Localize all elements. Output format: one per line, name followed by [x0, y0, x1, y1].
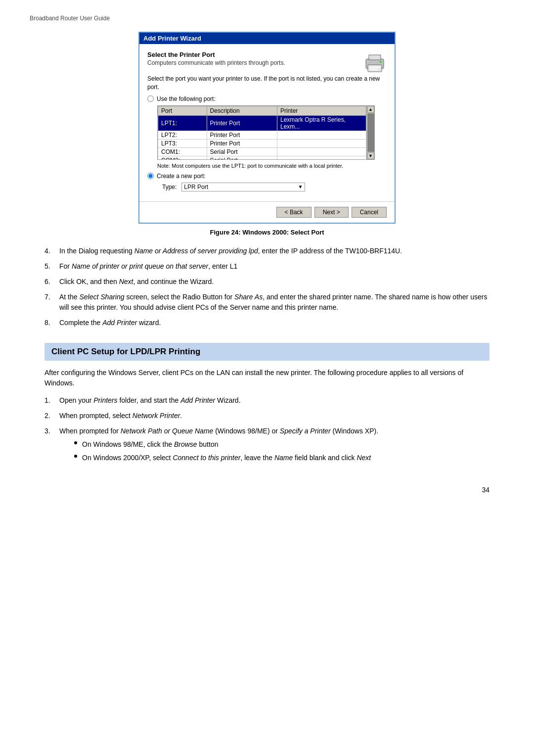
step-text: In the Dialog requesting Name or Address…: [59, 246, 490, 256]
bullet-text: On Windows 98/ME, click the Browse butto…: [82, 439, 218, 450]
dialog-footer: < Back Next > Cancel: [139, 201, 395, 223]
dialog-section-title: Select the Printer Port: [147, 51, 285, 58]
radio-create-new-label: Create a new port:: [157, 173, 206, 180]
back-button[interactable]: < Back: [276, 207, 312, 218]
port-table-wrapper: Port Description Printer LPT1: Printer P…: [157, 105, 375, 160]
desc-cell: Serial Port: [207, 147, 277, 156]
list-item: 8. Complete the Add Printer wizard.: [44, 318, 490, 328]
desc-cell: Printer Port: [207, 131, 277, 139]
svg-rect-1: [369, 55, 381, 60]
list-item: 1. Open your Printers folder, and start …: [44, 395, 490, 406]
desc-cell: Printer Port: [207, 139, 277, 147]
desc-cell: Printer Port: [207, 115, 277, 131]
step-num: 8.: [44, 318, 59, 328]
section-intro: After configuring the Windows Server, cl…: [44, 368, 490, 388]
svg-point-5: [380, 61, 382, 63]
section-heading: Client PC Setup for LPD/LPR Printing: [44, 343, 490, 361]
scroll-down-arrow[interactable]: ▼: [367, 152, 374, 159]
dialog-titlebar: Add Printer Wizard: [139, 33, 395, 44]
svg-rect-2: [368, 65, 382, 72]
printer-icon: [363, 51, 387, 75]
table-row[interactable]: LPT1: Printer Port Lexmark Optra R Serie…: [158, 115, 366, 131]
type-dropdown[interactable]: LPR Port ▼: [181, 183, 305, 191]
scroll-thumb[interactable]: [367, 113, 374, 152]
radio-create-new[interactable]: [147, 173, 154, 179]
client-steps-list: 1. Open your Printers folder, and start …: [44, 395, 490, 466]
port-table: Port Description Printer LPT1: Printer P…: [158, 106, 366, 159]
step-num: 7.: [44, 292, 59, 313]
step-num: 2.: [44, 411, 59, 421]
col-port: Port: [158, 106, 207, 115]
list-item: 4. In the Dialog requesting Name or Addr…: [44, 246, 490, 256]
printer-cell: [277, 156, 366, 159]
scrollbar[interactable]: ▲ ▼: [366, 106, 374, 159]
step-num: 6.: [44, 277, 59, 287]
bullet-dot: [74, 441, 77, 444]
bullet-text: On Windows 2000/XP, select Connect to th…: [82, 453, 371, 463]
list-item: 7. At the Select Sharing screen, select …: [44, 292, 490, 313]
page-header: Broadband Router User Guide: [30, 15, 504, 22]
step-text: At the Select Sharing screen, select the…: [59, 292, 490, 313]
bullet-item: On Windows 2000/XP, select Connect to th…: [74, 453, 490, 463]
type-label: Type:: [162, 184, 177, 190]
col-description: Description: [207, 106, 277, 115]
printer-cell: [277, 139, 366, 147]
printer-cell: [277, 147, 366, 156]
list-item: 6. Click OK, and then Next, and continue…: [44, 277, 490, 287]
bullet-list: On Windows 98/ME, click the Browse butto…: [74, 439, 490, 463]
printer-cell: Lexmark Optra R Series, Lexm...: [277, 115, 366, 131]
desc-cell: Serial Port: [207, 156, 277, 159]
port-cell: LPT2:: [158, 131, 207, 139]
step-text: Complete the Add Printer wizard.: [59, 318, 490, 328]
table-row[interactable]: LPT3: Printer Port: [158, 139, 366, 147]
bullet-item: On Windows 98/ME, click the Browse butto…: [74, 439, 490, 450]
col-printer: Printer: [277, 106, 366, 115]
type-value: LPR Port: [184, 184, 208, 190]
step-num: 5.: [44, 261, 59, 272]
svg-rect-3: [370, 67, 380, 68]
svg-rect-4: [370, 69, 378, 70]
cancel-button[interactable]: Cancel: [352, 207, 387, 218]
list-item: 2. When prompted, select Network Printer…: [44, 411, 490, 421]
list-item: 5. For Name of printer or print queue on…: [44, 261, 490, 272]
list-item: 3. When prompted for Network Path or Que…: [44, 426, 490, 466]
step-text: When prompted, select Network Printer.: [59, 411, 490, 421]
port-cell: LPT3:: [158, 139, 207, 147]
dialog-screenshot: Add Printer Wizard Select the Printer Po…: [138, 32, 396, 224]
port-cell: LPT1:: [158, 115, 207, 131]
radio-use-following-label: Use the following port:: [157, 95, 216, 102]
bullet-dot: [74, 455, 77, 458]
page-number: 34: [44, 486, 490, 494]
note-text: Note: Most computers use the LPT1: port …: [157, 163, 387, 169]
next-button[interactable]: Next >: [314, 207, 349, 218]
radio-use-following[interactable]: [147, 95, 154, 102]
step-num: 3.: [44, 426, 59, 466]
step-text: Click OK, and then Next, and continue th…: [59, 277, 490, 287]
port-cell: COM1:: [158, 147, 207, 156]
dropdown-arrow-icon: ▼: [298, 184, 303, 189]
dialog-section-subtitle: Computers communicate with printers thro…: [147, 59, 285, 66]
table-row[interactable]: LPT2: Printer Port: [158, 131, 366, 139]
step-num: 1.: [44, 395, 59, 406]
printer-cell: [277, 131, 366, 139]
step-text: Open your Printers folder, and start the…: [59, 395, 490, 406]
port-cell: COM2:: [158, 156, 207, 159]
step-num: 4.: [44, 246, 59, 256]
dialog-instruction: Select the port you want your printer to…: [147, 75, 387, 92]
figure-caption: Figure 24: Windows 2000: Select Port: [44, 229, 490, 236]
scroll-up-arrow[interactable]: ▲: [367, 106, 374, 113]
table-row[interactable]: COM1: Serial Port: [158, 147, 366, 156]
table-row[interactable]: COM2: Serial Port: [158, 156, 366, 159]
step-text: When prompted for Network Path or Queue …: [59, 426, 490, 466]
steps-list: 4. In the Dialog requesting Name or Addr…: [44, 246, 490, 328]
step-text: For Name of printer or print queue on th…: [59, 261, 490, 272]
create-port-row: Type: LPR Port ▼: [147, 183, 387, 191]
